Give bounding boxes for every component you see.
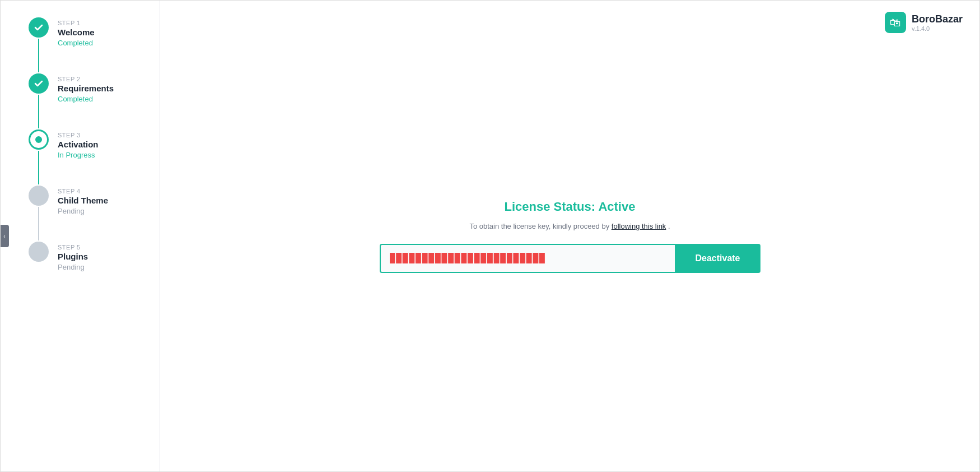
step-left-1 [29,17,49,73]
step-title-3: Activation [58,140,99,149]
step-circle-4 [29,186,49,206]
step-circle-1 [29,17,49,38]
license-link[interactable]: following this link [612,222,666,230]
step-status-1: Completed [58,39,95,47]
step-connector-2 [38,95,39,128]
license-status-text: Active [598,200,635,214]
deactivate-button[interactable]: Deactivate [675,244,760,273]
step-content-5: STEP 5PluginsPending [58,242,88,271]
center-content: License Status: Active To obtain the lic… [160,1,979,471]
step-title-4: Child Theme [58,196,108,205]
step-left-3 [29,129,49,186]
brand-icon-glyph: 🛍 [890,16,901,29]
step-item-2[interactable]: STEP 2RequirementsCompleted [29,73,160,129]
main-content: 🛍 BoroBazar v.1.4.0 License Status: Acti… [160,1,979,471]
collapse-icon: ‹ [3,233,5,239]
page-wrapper: ‹ STEP 1WelcomeCompletedSTEP 2Requiremen… [0,0,980,472]
sidebar: ‹ STEP 1WelcomeCompletedSTEP 2Requiremen… [1,1,160,471]
license-input-row: Deactivate [380,244,760,273]
brand-version: v.1.4.0 [912,25,963,32]
step-connector-4 [38,207,39,240]
step-title-1: Welcome [58,27,95,37]
step-left-2 [29,73,49,129]
step-circle-5 [29,242,49,262]
step-item-5[interactable]: STEP 5PluginsPending [29,242,160,271]
step-title-5: Plugins [58,252,88,261]
step-label-1: STEP 1 [58,20,95,26]
brand-logo: 🛍 BoroBazar v.1.4.0 [885,12,963,33]
license-subtext-text: To obtain the license key, kindly procee… [469,222,609,230]
step-status-4: Pending [58,207,108,215]
step-status-3: In Progress [58,151,99,159]
license-heading-text: License Status: [505,200,596,214]
step-item-4[interactable]: STEP 4Child ThemePending [29,186,160,242]
step-item-1[interactable]: STEP 1WelcomeCompleted [29,17,160,73]
step-circle-3 [29,129,49,150]
brand-icon: 🛍 [885,12,906,33]
step-status-5: Pending [58,263,88,271]
steps-container: STEP 1WelcomeCompletedSTEP 2Requirements… [29,17,160,271]
license-link-suffix: . [668,222,670,230]
license-heading: License Status: Active [505,200,636,214]
step-left-5 [29,242,49,262]
license-subtext: To obtain the license key, kindly procee… [469,222,670,230]
step-label-2: STEP 2 [58,76,114,82]
step-title-2: Requirements [58,84,114,93]
step-connector-3 [38,151,39,184]
step-content-1: STEP 1WelcomeCompleted [58,17,95,47]
collapse-tab[interactable]: ‹ [0,225,9,247]
step-circle-2 [29,73,49,94]
brand-name: BoroBazar [912,13,963,25]
brand-text-block: BoroBazar v.1.4.0 [912,13,963,32]
step-left-4 [29,186,49,242]
step-status-2: Completed [58,95,114,103]
step-label-5: STEP 5 [58,244,88,251]
step-content-4: STEP 4Child ThemePending [58,186,108,215]
step-label-3: STEP 3 [58,132,99,138]
step-item-3[interactable]: STEP 3ActivationIn Progress [29,129,160,186]
step-label-4: STEP 4 [58,188,108,195]
license-key-input[interactable] [380,244,675,273]
step-connector-1 [38,39,39,72]
step-content-2: STEP 2RequirementsCompleted [58,73,114,103]
step-content-3: STEP 3ActivationIn Progress [58,129,99,159]
